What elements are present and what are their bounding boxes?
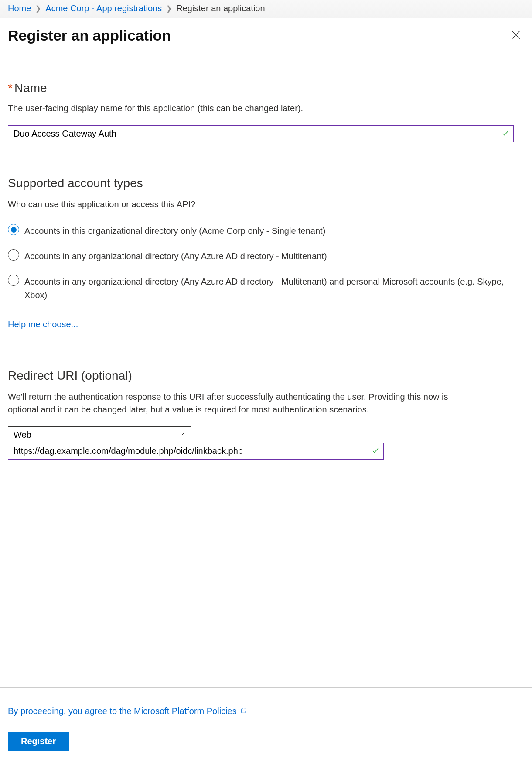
register-button[interactable]: Register [8, 732, 69, 751]
redirect-heading: Redirect URI (optional) [8, 369, 524, 383]
breadcrumb-parent[interactable]: Acme Corp - App registrations [45, 3, 162, 14]
page-header: Register an application [0, 18, 532, 53]
chevron-right-icon: ❯ [35, 4, 41, 13]
radio-indicator [8, 224, 19, 235]
help-me-choose-link[interactable]: Help me choose... [8, 319, 78, 330]
redirect-url-input[interactable] [8, 443, 384, 460]
radio-multitenant[interactable]: Accounts in any organizational directory… [8, 249, 524, 263]
redirect-platform-select[interactable]: Web [8, 426, 191, 443]
account-types-radio-group: Accounts in this organizational director… [8, 224, 524, 302]
name-label: *Name [8, 81, 524, 95]
breadcrumb-home[interactable]: Home [8, 3, 31, 14]
account-types-heading: Supported account types [8, 176, 524, 190]
radio-label: Accounts in any organizational directory… [24, 275, 524, 302]
page-title: Register an application [8, 27, 171, 44]
account-types-description: Who can use this application or access t… [8, 198, 524, 211]
redirect-description: We'll return the authentication response… [8, 391, 479, 416]
radio-single-tenant[interactable]: Accounts in this organizational director… [8, 224, 524, 238]
name-description: The user-facing display name for this ap… [8, 102, 524, 115]
name-input[interactable] [8, 125, 514, 142]
close-button[interactable] [508, 27, 523, 44]
required-asterisk: * [8, 81, 13, 95]
radio-indicator [8, 275, 19, 286]
chevron-right-icon: ❯ [166, 4, 172, 13]
radio-label: Accounts in this organizational director… [24, 224, 325, 238]
radio-indicator [8, 249, 19, 261]
radio-multitenant-personal[interactable]: Accounts in any organizational directory… [8, 275, 524, 302]
footer: By proceeding, you agree to the Microsof… [0, 687, 532, 769]
close-icon [510, 29, 522, 41]
external-link-icon [240, 706, 247, 716]
radio-label: Accounts in any organizational directory… [24, 249, 327, 263]
breadcrumb: Home ❯ Acme Corp - App registrations ❯ R… [0, 0, 532, 18]
platform-policies-link[interactable]: By proceeding, you agree to the Microsof… [8, 706, 247, 716]
breadcrumb-current: Register an application [176, 3, 265, 14]
